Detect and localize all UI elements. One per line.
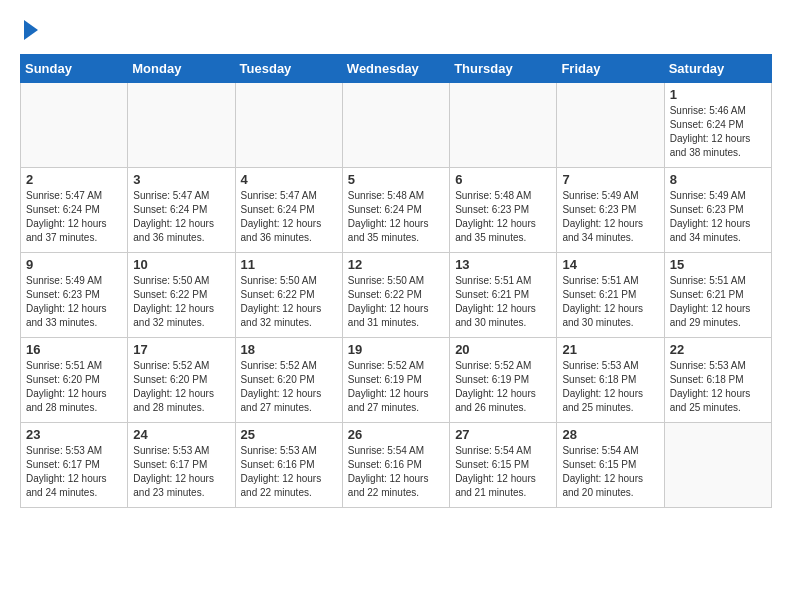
week-row-4: 16Sunrise: 5:51 AM Sunset: 6:20 PM Dayli… <box>21 338 772 423</box>
day-info: Sunrise: 5:53 AM Sunset: 6:18 PM Dayligh… <box>562 359 658 415</box>
calendar-cell <box>557 83 664 168</box>
calendar-cell: 2Sunrise: 5:47 AM Sunset: 6:24 PM Daylig… <box>21 168 128 253</box>
day-info: Sunrise: 5:49 AM Sunset: 6:23 PM Dayligh… <box>26 274 122 330</box>
day-number: 24 <box>133 427 229 442</box>
day-info: Sunrise: 5:52 AM Sunset: 6:20 PM Dayligh… <box>241 359 337 415</box>
day-number: 18 <box>241 342 337 357</box>
logo <box>20 20 38 44</box>
day-info: Sunrise: 5:53 AM Sunset: 6:17 PM Dayligh… <box>133 444 229 500</box>
calendar-table: SundayMondayTuesdayWednesdayThursdayFrid… <box>20 54 772 508</box>
day-info: Sunrise: 5:49 AM Sunset: 6:23 PM Dayligh… <box>562 189 658 245</box>
calendar-cell: 16Sunrise: 5:51 AM Sunset: 6:20 PM Dayli… <box>21 338 128 423</box>
day-info: Sunrise: 5:52 AM Sunset: 6:19 PM Dayligh… <box>455 359 551 415</box>
calendar-header-row: SundayMondayTuesdayWednesdayThursdayFrid… <box>21 55 772 83</box>
calendar-cell: 4Sunrise: 5:47 AM Sunset: 6:24 PM Daylig… <box>235 168 342 253</box>
day-number: 3 <box>133 172 229 187</box>
calendar-cell <box>342 83 449 168</box>
day-number: 27 <box>455 427 551 442</box>
day-number: 21 <box>562 342 658 357</box>
calendar-cell: 22Sunrise: 5:53 AM Sunset: 6:18 PM Dayli… <box>664 338 771 423</box>
day-number: 20 <box>455 342 551 357</box>
calendar-cell: 5Sunrise: 5:48 AM Sunset: 6:24 PM Daylig… <box>342 168 449 253</box>
week-row-2: 2Sunrise: 5:47 AM Sunset: 6:24 PM Daylig… <box>21 168 772 253</box>
day-info: Sunrise: 5:51 AM Sunset: 6:21 PM Dayligh… <box>562 274 658 330</box>
calendar-cell <box>450 83 557 168</box>
calendar-cell: 10Sunrise: 5:50 AM Sunset: 6:22 PM Dayli… <box>128 253 235 338</box>
day-number: 14 <box>562 257 658 272</box>
day-header-monday: Monday <box>128 55 235 83</box>
logo-arrow-icon <box>24 20 38 40</box>
day-info: Sunrise: 5:48 AM Sunset: 6:23 PM Dayligh… <box>455 189 551 245</box>
day-header-saturday: Saturday <box>664 55 771 83</box>
calendar-cell <box>21 83 128 168</box>
day-number: 10 <box>133 257 229 272</box>
day-info: Sunrise: 5:47 AM Sunset: 6:24 PM Dayligh… <box>241 189 337 245</box>
day-info: Sunrise: 5:46 AM Sunset: 6:24 PM Dayligh… <box>670 104 766 160</box>
day-info: Sunrise: 5:47 AM Sunset: 6:24 PM Dayligh… <box>26 189 122 245</box>
day-header-friday: Friday <box>557 55 664 83</box>
calendar-cell: 17Sunrise: 5:52 AM Sunset: 6:20 PM Dayli… <box>128 338 235 423</box>
calendar-cell: 14Sunrise: 5:51 AM Sunset: 6:21 PM Dayli… <box>557 253 664 338</box>
day-info: Sunrise: 5:54 AM Sunset: 6:16 PM Dayligh… <box>348 444 444 500</box>
week-row-3: 9Sunrise: 5:49 AM Sunset: 6:23 PM Daylig… <box>21 253 772 338</box>
calendar-cell: 24Sunrise: 5:53 AM Sunset: 6:17 PM Dayli… <box>128 423 235 508</box>
day-number: 5 <box>348 172 444 187</box>
day-header-sunday: Sunday <box>21 55 128 83</box>
day-info: Sunrise: 5:50 AM Sunset: 6:22 PM Dayligh… <box>241 274 337 330</box>
day-info: Sunrise: 5:51 AM Sunset: 6:20 PM Dayligh… <box>26 359 122 415</box>
calendar-cell: 19Sunrise: 5:52 AM Sunset: 6:19 PM Dayli… <box>342 338 449 423</box>
day-number: 15 <box>670 257 766 272</box>
day-info: Sunrise: 5:50 AM Sunset: 6:22 PM Dayligh… <box>348 274 444 330</box>
calendar-cell <box>235 83 342 168</box>
day-header-thursday: Thursday <box>450 55 557 83</box>
day-info: Sunrise: 5:47 AM Sunset: 6:24 PM Dayligh… <box>133 189 229 245</box>
day-info: Sunrise: 5:54 AM Sunset: 6:15 PM Dayligh… <box>455 444 551 500</box>
calendar-cell <box>128 83 235 168</box>
calendar-cell: 12Sunrise: 5:50 AM Sunset: 6:22 PM Dayli… <box>342 253 449 338</box>
day-info: Sunrise: 5:53 AM Sunset: 6:16 PM Dayligh… <box>241 444 337 500</box>
calendar-cell: 28Sunrise: 5:54 AM Sunset: 6:15 PM Dayli… <box>557 423 664 508</box>
day-header-tuesday: Tuesday <box>235 55 342 83</box>
page-header <box>20 20 772 44</box>
day-number: 1 <box>670 87 766 102</box>
day-number: 6 <box>455 172 551 187</box>
day-number: 11 <box>241 257 337 272</box>
day-info: Sunrise: 5:51 AM Sunset: 6:21 PM Dayligh… <box>670 274 766 330</box>
day-info: Sunrise: 5:52 AM Sunset: 6:19 PM Dayligh… <box>348 359 444 415</box>
calendar-cell: 6Sunrise: 5:48 AM Sunset: 6:23 PM Daylig… <box>450 168 557 253</box>
calendar-cell: 1Sunrise: 5:46 AM Sunset: 6:24 PM Daylig… <box>664 83 771 168</box>
day-info: Sunrise: 5:51 AM Sunset: 6:21 PM Dayligh… <box>455 274 551 330</box>
day-number: 19 <box>348 342 444 357</box>
calendar-cell: 11Sunrise: 5:50 AM Sunset: 6:22 PM Dayli… <box>235 253 342 338</box>
day-number: 16 <box>26 342 122 357</box>
calendar-cell: 18Sunrise: 5:52 AM Sunset: 6:20 PM Dayli… <box>235 338 342 423</box>
calendar-cell: 20Sunrise: 5:52 AM Sunset: 6:19 PM Dayli… <box>450 338 557 423</box>
calendar-cell: 26Sunrise: 5:54 AM Sunset: 6:16 PM Dayli… <box>342 423 449 508</box>
day-number: 8 <box>670 172 766 187</box>
day-number: 12 <box>348 257 444 272</box>
calendar-cell: 15Sunrise: 5:51 AM Sunset: 6:21 PM Dayli… <box>664 253 771 338</box>
day-number: 13 <box>455 257 551 272</box>
day-number: 4 <box>241 172 337 187</box>
day-number: 17 <box>133 342 229 357</box>
day-info: Sunrise: 5:53 AM Sunset: 6:17 PM Dayligh… <box>26 444 122 500</box>
calendar-cell: 25Sunrise: 5:53 AM Sunset: 6:16 PM Dayli… <box>235 423 342 508</box>
calendar-cell: 21Sunrise: 5:53 AM Sunset: 6:18 PM Dayli… <box>557 338 664 423</box>
calendar-cell: 3Sunrise: 5:47 AM Sunset: 6:24 PM Daylig… <box>128 168 235 253</box>
day-info: Sunrise: 5:50 AM Sunset: 6:22 PM Dayligh… <box>133 274 229 330</box>
day-info: Sunrise: 5:52 AM Sunset: 6:20 PM Dayligh… <box>133 359 229 415</box>
day-number: 23 <box>26 427 122 442</box>
day-number: 7 <box>562 172 658 187</box>
calendar-cell: 23Sunrise: 5:53 AM Sunset: 6:17 PM Dayli… <box>21 423 128 508</box>
day-number: 28 <box>562 427 658 442</box>
calendar-cell: 7Sunrise: 5:49 AM Sunset: 6:23 PM Daylig… <box>557 168 664 253</box>
day-number: 25 <box>241 427 337 442</box>
calendar-cell: 27Sunrise: 5:54 AM Sunset: 6:15 PM Dayli… <box>450 423 557 508</box>
day-header-wednesday: Wednesday <box>342 55 449 83</box>
week-row-1: 1Sunrise: 5:46 AM Sunset: 6:24 PM Daylig… <box>21 83 772 168</box>
day-number: 26 <box>348 427 444 442</box>
day-number: 2 <box>26 172 122 187</box>
day-number: 22 <box>670 342 766 357</box>
day-info: Sunrise: 5:53 AM Sunset: 6:18 PM Dayligh… <box>670 359 766 415</box>
calendar-cell: 13Sunrise: 5:51 AM Sunset: 6:21 PM Dayli… <box>450 253 557 338</box>
